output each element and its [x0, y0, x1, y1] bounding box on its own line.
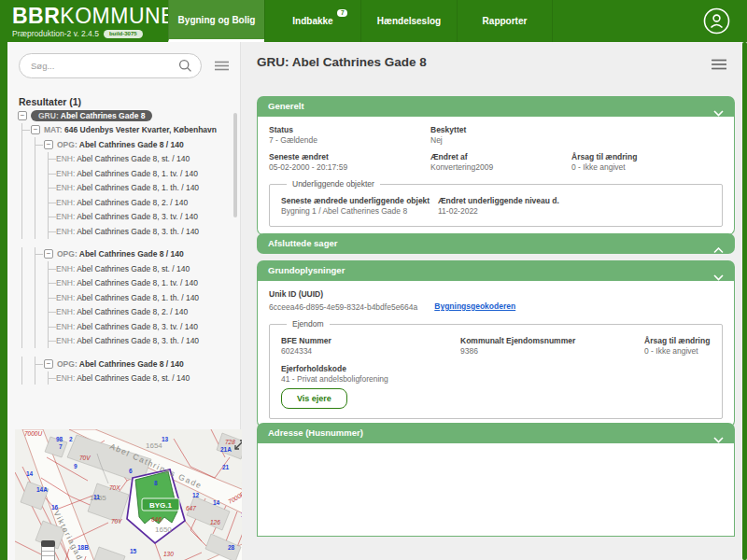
search-input[interactable] — [19, 53, 202, 78]
tree-guide — [30, 137, 43, 152]
tree-collapse-icon[interactable]: − — [44, 359, 53, 369]
main-scrollbar[interactable] — [742, 42, 747, 560]
map-label: 14 — [213, 499, 220, 506]
tree-label: ENH: Abel Cathrines Gade 8, 3. th. / 140 — [56, 227, 199, 236]
tree-item-enh[interactable]: ENH: Abel Cathrines Gade 8, 1. th. / 140 — [17, 181, 233, 196]
tree-label: ENH: Abel Cathrines Gade 8, st. / 140 — [56, 373, 190, 383]
section-title: Generelt — [268, 101, 304, 111]
environment-label: Præproduktion-2 v. 2.4.5 — [12, 29, 99, 38]
detail-menu-icon[interactable] — [712, 57, 726, 74]
section-adresse: Adresse (Husnummer) — [257, 423, 735, 537]
tree-label: ENH: Abel Cathrines Gade 8, 2. / 140 — [56, 198, 188, 207]
ejerforholdskode-value: 41 - Privat andelsboligforening — [281, 374, 711, 385]
detail-panel: GRU: Abel Cathrines Gade 8 Generelt Stat… — [242, 42, 747, 560]
tree-collapse-icon[interactable]: − — [44, 140, 53, 149]
map-label: 14A — [36, 486, 48, 493]
user-avatar-icon[interactable] — [703, 7, 730, 35]
tree-item-enh[interactable]: ENH: Abel Cathrines Gade 8, 2. / 140 — [17, 305, 233, 320]
tree-label: OPG: Abel Cathrines Gade 8 / 140 — [57, 249, 184, 259]
tree-item-enh[interactable]: ENH: Abel Cathrines Gade 8, st. / 140 — [17, 261, 233, 276]
tree-guide — [17, 137, 30, 152]
tree-collapse-icon[interactable]: − — [31, 125, 40, 134]
beskyttet-value: Nej — [430, 135, 571, 146]
map-label: 126 — [210, 519, 220, 525]
section-adresse-header[interactable]: Adresse (Husnummer) — [257, 423, 735, 443]
tree-item-opg[interactable]: −OPG: Abel Cathrines Gade 8 / 140 — [17, 247, 233, 262]
kommunalt-ejendomsnummer-label: Kommunalt Ejendomsnummer — [460, 336, 644, 346]
tab-bygning-og-bolig[interactable]: Bygning og Bolig — [168, 0, 264, 42]
tab-haendelseslog[interactable]: Hændelseslog — [360, 0, 457, 42]
tab-rapporter[interactable]: Rapporter — [457, 0, 553, 42]
tree-item-enh[interactable]: ENH: Abel Cathrines Gade 8, st. / 140 — [17, 371, 233, 385]
tree-item-enh[interactable]: ENH: Abel Cathrines Gade 8, 1. th. / 140 — [17, 290, 233, 305]
tree-guide — [43, 276, 56, 291]
section-generelt-header[interactable]: Generelt — [257, 96, 735, 117]
search-icon[interactable] — [178, 59, 192, 77]
map-label: 70V — [79, 455, 91, 461]
beskyttet-label: Beskyttet — [430, 125, 571, 135]
aarsag-label: Årsag til ændring — [571, 152, 723, 162]
chevron-down-icon — [713, 268, 724, 288]
tree-item-enh[interactable]: ENH: Abel Cathrines Gade 8, 1. tv. / 140 — [17, 276, 233, 291]
tree-guide — [30, 224, 43, 239]
section-grundoplysninger-header[interactable]: Grundoplysninger — [257, 260, 735, 281]
tree-item-opg[interactable]: −OPG: Abel Cathrines Gade 8 / 140 — [17, 137, 233, 152]
map[interactable]: Abel Cathrines GadeViktoriagadeBYG.11654… — [15, 429, 248, 560]
bfe-value: 6024334 — [281, 346, 460, 357]
tree-guide — [17, 123, 30, 138]
tree-item-enh[interactable]: ENH: Abel Cathrines Gade 8, 3. tv. / 140 — [17, 210, 233, 225]
tree-item-gru[interactable]: −GRU: Abel Cathrines Gade 8 — [17, 108, 233, 123]
tree-collapse-icon[interactable]: − — [18, 111, 27, 120]
underliggende-objekt-value: Bygning 1 / Abel Catherines Gade 8 — [281, 206, 438, 217]
tree-guide — [43, 210, 56, 225]
status-value: 7 - Gældende — [269, 135, 430, 146]
section-afsluttede-header[interactable]: Afsluttede sager — [257, 233, 735, 254]
tree-item-enh[interactable]: ENH: Abel Cathrines Gade 8, 2. / 140 — [17, 195, 233, 210]
tab-indbakke[interactable]: Indbakke7 — [264, 0, 360, 42]
tree-item-enh[interactable]: ENH: Abel Cathrines Gade 8, 3. th. / 140 — [17, 334, 233, 349]
uuid-label: Unik ID (UUID) — [269, 289, 723, 300]
map-zoom-handle[interactable] — [41, 540, 55, 547]
tree-collapse-icon[interactable]: − — [44, 249, 53, 259]
tree-item-enh[interactable]: ENH: Abel Cathrines Gade 8, 1. tv. / 140 — [17, 166, 233, 181]
tree-guide — [30, 166, 43, 181]
map-label: 15 — [130, 548, 137, 554]
tree-guide — [17, 357, 30, 371]
vis-ejere-button[interactable]: Vis ejere — [281, 388, 347, 409]
tree-item-mat[interactable]: −MAT: 646 Udenbys Vester Kvarter, Københ… — [17, 123, 233, 138]
tree-label: ENH: Abel Cathrines Gade 8, st. / 140 — [56, 154, 190, 163]
map-label: 70Y — [111, 518, 122, 525]
underliggende-legend: Underliggende objekter — [287, 179, 380, 189]
tree-guide — [17, 334, 30, 349]
tree-item-enh[interactable]: ENH: Abel Cathrines Gade 8, 3. tv. / 140 — [17, 319, 233, 334]
tree-guide — [30, 195, 43, 210]
tree-label: MAT: 646 Udenbys Vester Kvarter, Københa… — [44, 125, 217, 134]
main-nav: Bygning og Bolig Indbakke7 Hændelseslog … — [168, 0, 553, 42]
tree-guide — [17, 210, 30, 225]
underliggende-fieldset: Underliggende objekter Seneste ændrede u… — [269, 179, 723, 227]
tree-guide — [43, 224, 56, 239]
tree-item-enh[interactable]: ENH: Abel Cathrines Gade 8, st. / 140 — [17, 152, 233, 167]
kommunalt-ejendomsnummer-value: 9386 — [460, 346, 644, 357]
tree-item-opg[interactable]: −OPG: Abel Cathrines Gade 8 / 140 — [17, 357, 233, 371]
tree-guide — [17, 152, 30, 167]
tree-guide — [17, 224, 30, 239]
sidebar: Resultater (1) −GRU: Abel Cathrines Gade… — [7, 42, 241, 560]
tree-guide — [30, 290, 43, 305]
tree-guide — [30, 247, 43, 262]
tree-item-enh[interactable]: ENH: Abel Cathrines Gade 8, 3. th. / 140 — [17, 224, 233, 239]
tree-label: ENH: Abel Cathrines Gade 8, 1. th. / 140 — [56, 293, 199, 302]
bygningsgeokoderen-link[interactable]: Bygningsgeokoderen — [434, 301, 515, 312]
ejendom-legend: Ejendom — [287, 319, 330, 329]
map-label: 18B — [78, 544, 89, 551]
tree-guide — [17, 319, 30, 334]
aendret-af-label: Ændret af — [430, 152, 571, 162]
tree-guide — [30, 357, 43, 371]
tree-label: OPG: Abel Cathrines Gade 8 / 140 — [57, 140, 184, 149]
sidebar-scrollbar[interactable] — [233, 113, 237, 217]
inbox-count-badge: 7 — [337, 9, 347, 17]
tree-guide — [17, 181, 30, 196]
sidebar-menu-icon[interactable] — [215, 58, 229, 75]
left-accent-strip — [0, 42, 7, 560]
map-label: 98 — [56, 436, 63, 442]
